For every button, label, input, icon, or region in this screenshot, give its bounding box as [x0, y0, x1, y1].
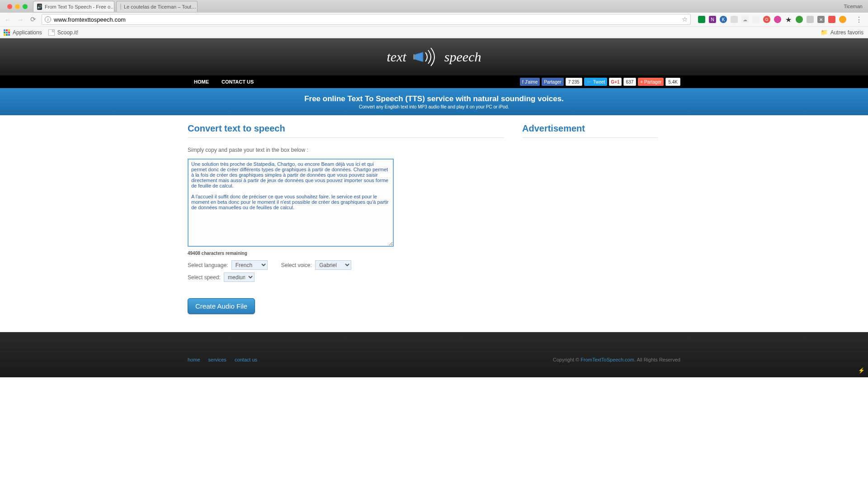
- controls-row-2: Select speed: medium: [188, 272, 504, 282]
- svg-rect-0: [413, 54, 415, 60]
- favicon-icon: 🔊: [37, 4, 42, 10]
- footer-contact-link[interactable]: contact us: [235, 357, 257, 362]
- extension-icon[interactable]: [752, 16, 760, 23]
- folder-icon: 📁: [821, 29, 828, 36]
- extension-icon[interactable]: G: [763, 16, 770, 23]
- extension-icon[interactable]: [774, 16, 781, 23]
- sidebar-column: Advertisement: [522, 123, 658, 314]
- bookmarks-bar: Applications Scoop.it! 📁 Autres favoris: [0, 26, 868, 38]
- google-plus-button[interactable]: G+1: [609, 78, 621, 86]
- facebook-like-button[interactable]: fJ'aime: [520, 78, 540, 86]
- bookmark-item[interactable]: Scoop.it!: [48, 29, 79, 36]
- twitter-tweet-button[interactable]: 🐦Tweet: [584, 78, 608, 86]
- nav-toolbar: ← → ⟳ i ☆ N K ☁ G ★ ✕ ⋮: [0, 13, 868, 26]
- footer-home-link[interactable]: home: [188, 357, 200, 362]
- extension-icon[interactable]: [731, 16, 738, 23]
- hero-title: Free online Text To Speech (TTS) service…: [304, 94, 564, 103]
- tab-title: From Text To Speech - Free o…: [45, 4, 114, 9]
- other-bookmarks-folder[interactable]: 📁 Autres favoris: [821, 29, 863, 36]
- extension-icon[interactable]: [828, 16, 835, 23]
- site-header: text speech: [0, 38, 868, 75]
- speed-select[interactable]: medium: [224, 272, 255, 282]
- url-input[interactable]: [54, 16, 679, 23]
- extension-icon[interactable]: [796, 16, 803, 23]
- favicon-icon: [120, 4, 121, 10]
- voice-label: Select voice:: [281, 262, 312, 268]
- window-controls: [4, 4, 31, 9]
- facebook-icon: f: [522, 80, 524, 84]
- site-footer: home services contact us Copyright © Fro…: [0, 332, 868, 377]
- speed-label: Select speed:: [188, 274, 221, 281]
- voice-select[interactable]: Gabriel: [315, 260, 351, 270]
- bookmark-label: Scoop.it!: [57, 29, 79, 36]
- plus-icon: +: [640, 80, 643, 84]
- megaphone-icon: [412, 46, 439, 68]
- section-title: Convert text to speech: [188, 123, 504, 138]
- back-button[interactable]: ←: [4, 15, 12, 23]
- address-bar[interactable]: i ☆: [42, 14, 691, 25]
- profile-name[interactable]: Ticeman: [844, 4, 863, 9]
- close-window-button[interactable]: [7, 4, 12, 9]
- hero-banner: Free online Text To Speech (TTS) service…: [0, 88, 868, 115]
- facebook-share-button[interactable]: Partager: [542, 78, 563, 86]
- browser-tab-active[interactable]: 🔊 From Text To Speech - Free o… ×: [33, 1, 114, 12]
- page-icon: [48, 29, 55, 36]
- apps-label: Applications: [13, 29, 42, 36]
- reload-button[interactable]: ⟳: [29, 15, 37, 23]
- logo-text-left: text: [387, 49, 406, 65]
- extension-icon[interactable]: K: [720, 16, 727, 23]
- browser-menu-button[interactable]: ⋮: [854, 15, 864, 24]
- extension-icon[interactable]: ✕: [817, 16, 825, 23]
- create-audio-button[interactable]: Create Audio File: [188, 298, 255, 314]
- browser-tab-inactive[interactable]: Le coutelas de Ticeman – Tout… ×: [116, 1, 198, 12]
- forward-button[interactable]: →: [16, 15, 24, 23]
- content-area: Convert text to speech Simply copy and p…: [188, 115, 680, 332]
- corner-badge-icon[interactable]: ⚡: [858, 367, 865, 375]
- nav-home[interactable]: HOME: [188, 79, 215, 84]
- text-input-textarea[interactable]: [188, 159, 394, 247]
- addthis-share-button[interactable]: +Partager: [638, 78, 664, 86]
- controls-row-1: Select language: French Select voice: Ga…: [188, 260, 504, 270]
- footer-site-link[interactable]: FromTextToSpeech.com: [580, 357, 634, 362]
- instruction-text: Simply copy and paste your text in the b…: [188, 147, 504, 153]
- twitter-icon: 🐦: [586, 80, 592, 84]
- extension-icon[interactable]: [839, 16, 846, 23]
- main-column: Convert text to speech Simply copy and p…: [188, 123, 504, 314]
- addthis-count: 5.4K: [665, 78, 680, 86]
- apps-button[interactable]: Applications: [4, 29, 42, 36]
- language-label: Select language:: [188, 262, 228, 268]
- nav-contact[interactable]: CONTACT US: [215, 79, 260, 84]
- google-plus-count: 637: [623, 78, 637, 86]
- extension-icon[interactable]: ★: [785, 16, 792, 23]
- minimize-window-button[interactable]: [15, 4, 20, 9]
- maximize-window-button[interactable]: [23, 4, 28, 9]
- browser-chrome: 🔊 From Text To Speech - Free o… × Le cou…: [0, 0, 868, 38]
- language-select[interactable]: French: [231, 260, 268, 270]
- extensions-row: N K ☁ G ★ ✕: [695, 16, 849, 23]
- extension-icon[interactable]: [698, 16, 705, 23]
- footer-copyright: Copyright © FromTextToSpeech.com. All Ri…: [553, 357, 680, 362]
- logo-text-right: speech: [444, 49, 481, 65]
- footer-services-link[interactable]: services: [208, 357, 226, 362]
- extension-icon[interactable]: ☁: [741, 16, 749, 23]
- bookmark-star-icon[interactable]: ☆: [682, 15, 688, 23]
- site-info-icon[interactable]: i: [45, 16, 51, 23]
- apps-grid-icon: [4, 29, 10, 36]
- main-nav: HOME CONTACT US fJ'aime Partager 7 235 🐦…: [0, 75, 868, 88]
- advertisement-title: Advertisement: [522, 123, 658, 138]
- facebook-count: 7 235: [566, 78, 582, 86]
- tab-title: Le coutelas de Ticeman – Tout…: [124, 4, 196, 9]
- footer-links: home services contact us: [188, 357, 257, 362]
- other-bookmarks-label: Autres favoris: [830, 29, 863, 36]
- extension-icon[interactable]: N: [709, 16, 716, 23]
- hero-subtitle: Convert any English text into MP3 audio …: [359, 104, 509, 109]
- social-buttons: fJ'aime Partager 7 235 🐦Tweet G+1 637 +P…: [520, 78, 680, 86]
- site-logo: text speech: [387, 46, 481, 68]
- tab-bar: 🔊 From Text To Speech - Free o… × Le cou…: [0, 0, 868, 13]
- characters-remaining: 49408 characters remaining: [188, 251, 504, 256]
- extension-icon[interactable]: [807, 16, 814, 23]
